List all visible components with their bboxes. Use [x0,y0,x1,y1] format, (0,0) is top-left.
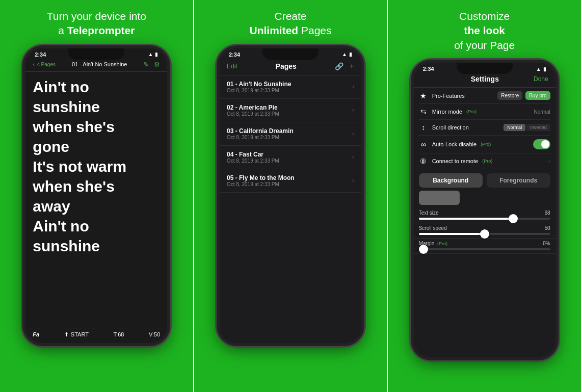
phone1-nav: ‹ < Pages 01 - Ain't No Sunshine ✎ ⚙ [25,59,167,72]
inverted-direction-button[interactable]: Inverted [526,124,550,131]
text-size-thumb[interactable] [509,214,518,223]
list-item[interactable]: 03 - California Dreamin Oct 8, 2019 at 2… [220,122,361,146]
phone2-time: 2:34 [229,51,240,58]
list-item[interactable]: 02 - American Pie Oct 8, 2019 at 2:33 PM… [220,99,361,122]
phone1-nav-title: 01 - Ain't No Sunshine [72,61,127,67]
phone1-footer: Fa ⬆ START T:68 V:50 [25,328,167,343]
phone2-nav: Edit Pages 🔗 + [220,59,361,75]
panel2-title: Create Unlimited Pages [249,9,331,38]
chevron-right-icon: › [352,107,354,114]
text-size-value: 68 [545,210,550,216]
scroll-direction-buttons: Normal Inverted [504,124,550,131]
autolock-toggle[interactable] [533,139,550,149]
text-size-indicator: T:68 [114,331,124,337]
margin-thumb[interactable] [419,245,428,254]
chevron-right-icon: › [548,158,550,164]
text-size-fill [419,218,514,220]
done-button[interactable]: Done [534,75,548,83]
connect-remote-row[interactable]: ⑧ Connect to remote (Pro) › [419,153,550,169]
scroll-speed-slider[interactable] [419,233,550,235]
list-item[interactable]: 01 - Ain't No Sunshine Oct 8, 2019 at 2:… [220,75,361,99]
wifi-icon: ▲ [342,51,347,57]
panel-pages: Create Unlimited Pages 2:34 ▲ ▮ Edit Pag… [194,0,388,392]
add-icon[interactable]: + [350,62,354,71]
pro-features-row: ★ Pro-Features Restore Buy pro [419,88,550,104]
phone2-status-icons: ▲ ▮ [342,51,352,57]
autolock-row: ∞ Auto-Lock disable (Pro) [419,136,550,153]
phone2: 2:34 ▲ ▮ Edit Pages 🔗 + 01 - Ain't No Su… [217,45,364,346]
back-chevron-icon: ‹ [33,61,35,67]
scroll-icon: ↕ [419,123,428,132]
speed-indicator: V:50 [149,331,160,337]
phone3-content: 2:34 ▲ ▮ Settings Done ★ Pro-Features [414,63,555,357]
normal-direction-button[interactable]: Normal [504,124,525,131]
scroll-speed-fill [419,233,485,235]
wifi-icon: ▲ [536,66,541,72]
link-icon[interactable]: 🔗 [335,62,343,70]
phone3-notch [457,63,513,74]
mirror-icon: ⇆ [419,108,428,116]
restore-button[interactable]: Restore [497,91,522,100]
phone2-content: 2:34 ▲ ▮ Edit Pages 🔗 + 01 - Ain't No Su… [220,48,361,343]
scroll-speed-thumb[interactable] [480,229,489,239]
background-tab[interactable]: Background [419,173,483,188]
list-item[interactable]: 05 - Fly Me to the Moon Oct 8, 2019 at 2… [220,169,361,193]
pro-badge: (Pro) [481,142,491,147]
phone1-notch [68,48,124,60]
scroll-direction-row: ↕ Scroll direction Normal Inverted [419,120,550,136]
buypro-button[interactable]: Buy pro [525,91,550,100]
battery-icon: ▮ [349,51,352,57]
scroll-speed-section: Scroll speed 50 [414,223,555,239]
bluetooth-icon: ⑧ [419,157,428,165]
margin-value: 0% [543,241,550,246]
phone2-nav-icons: 🔗 + [335,62,354,71]
phone3-status-icons: ▲ ▮ [536,66,546,72]
chevron-right-icon: › [352,130,354,137]
star-icon: ★ [419,92,428,100]
foreground-tab[interactable]: Foregrounds [487,173,550,188]
font-indicator: Fa [33,331,39,337]
settings-title: Settings [471,75,499,83]
edit-icon[interactable]: ✎ [143,61,149,68]
infinity-icon: ∞ [419,140,428,148]
pro-badge: (Pro) [466,109,477,114]
list-item[interactable]: 04 - Fast Car Oct 8, 2019 at 2:33 PM › [220,146,361,169]
phone1-lyrics: Ain't no sunshine when she's gone It's n… [25,72,167,328]
phone1-back[interactable]: ‹ < Pages [33,61,56,67]
settings-section: ★ Pro-Features Restore Buy pro ⇆ Mirror … [414,88,555,169]
battery-icon: ▮ [155,51,158,57]
wifi-icon: ▲ [148,51,153,57]
text-size-section: Text size 68 [414,208,555,223]
appearance-tabs: Background Foregrounds [414,169,555,191]
margin-slider[interactable] [419,248,550,250]
start-button[interactable]: ⬆ START [64,331,89,338]
settings-icon[interactable]: ⚙ [154,61,160,68]
mirror-mode-row: ⇆ Mirror mode (Pro) Normal [419,104,550,120]
pro-badge: (Pro) [482,159,492,164]
phone1-content: 2:34 ▲ ▮ ‹ < Pages 01 - Ain't No Sunshin… [25,48,167,343]
text-size-label: Text size [419,210,439,216]
color-swatch[interactable] [419,191,460,205]
phone3: 2:34 ▲ ▮ Settings Done ★ Pro-Features [411,60,559,360]
phone3-nav: Settings Done [414,73,555,88]
scroll-speed-label: Scroll speed [419,225,447,231]
phone2-nav-title: Pages [276,62,297,70]
upload-icon: ⬆ [64,331,69,338]
chevron-right-icon: › [352,177,354,184]
edit-button[interactable]: Edit [227,63,237,70]
phone2-notch [262,48,319,60]
phone2-list: 01 - Ain't No Sunshine Oct 8, 2019 at 2:… [220,75,361,343]
chevron-right-icon: › [352,83,354,90]
phone1: 2:34 ▲ ▮ ‹ < Pages 01 - Ain't No Sunshin… [22,45,170,346]
phone3-time: 2:34 [423,66,434,72]
battery-icon: ▮ [543,66,546,72]
panel-settings: Customize the look of your Page 2:34 ▲ ▮… [388,0,582,392]
phone1-status-icons: ▲ ▮ [148,51,158,57]
scroll-speed-value: 50 [545,225,550,231]
chevron-right-icon: › [352,153,354,161]
text-size-slider[interactable] [419,218,550,220]
phone1-time: 2:34 [35,51,46,58]
panel-teleprompter: Turn your device into a Teleprompter 2:3… [0,0,194,392]
margin-section: Margin (Pro) 0% [414,239,555,254]
phone1-nav-icons: ✎ ⚙ [143,61,160,68]
